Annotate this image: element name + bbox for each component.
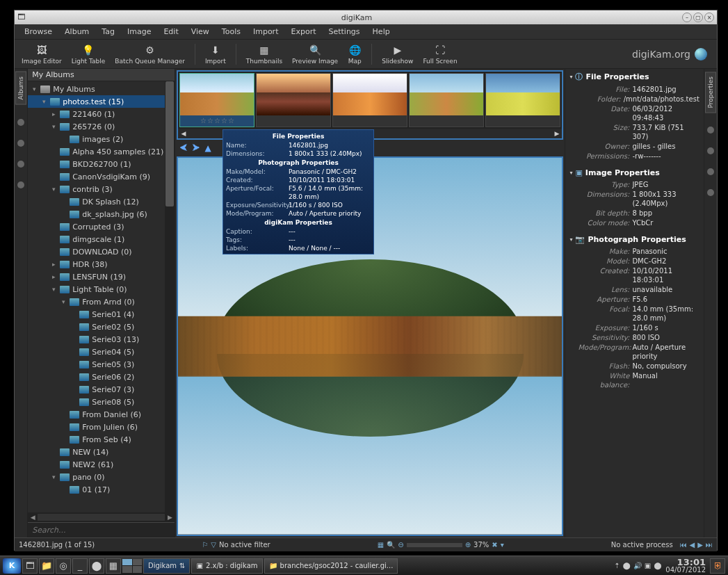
- tree-item[interactable]: DOWNLOAD (0): [28, 245, 175, 258]
- thumbnail[interactable]: JPG: [409, 73, 484, 127]
- tree-item[interactable]: images (2): [28, 133, 175, 145]
- prop-section-photo[interactable]: ▾📷Photograph Properties: [569, 235, 699, 244]
- tree-item[interactable]: CanonVsdigiKam (9): [28, 170, 175, 183]
- menu-tools[interactable]: Tools: [216, 26, 246, 38]
- expand-icon[interactable]: ▾: [50, 286, 57, 293]
- tool-preview[interactable]: 🔍Preview Image: [289, 42, 341, 66]
- tree-item[interactable]: NEW2 (61): [28, 458, 175, 471]
- menu-image[interactable]: Image: [122, 26, 156, 38]
- nav-back-icon[interactable]: ⮜: [179, 143, 188, 153]
- tree-item[interactable]: ▾From Arnd (0): [28, 295, 175, 308]
- tray-icon[interactable]: ⇡: [614, 562, 620, 569]
- zoom-fit-icon[interactable]: 🔍: [387, 541, 395, 549]
- tree-item[interactable]: ▾My Albums: [28, 83, 175, 95]
- expand-icon[interactable]: ▾: [60, 298, 67, 305]
- strip-left-icon[interactable]: ◀: [181, 130, 186, 137]
- scroll-left-icon[interactable]: ◀: [28, 514, 38, 521]
- prop-section-image[interactable]: ▾▣Image Properties: [569, 168, 699, 177]
- tool-light-table[interactable]: 💡Light Table: [69, 42, 108, 66]
- tool-map[interactable]: 🌐Map: [345, 42, 364, 66]
- zoom-out-icon[interactable]: ⊖: [398, 541, 403, 549]
- scrollbar-thumb[interactable]: [165, 81, 174, 206]
- menu-view[interactable]: View: [186, 26, 215, 38]
- taskbar-app-icon[interactable]: ▦: [106, 558, 121, 574]
- tree-item[interactable]: Serie06 (2): [28, 371, 175, 383]
- tree-item[interactable]: dimgscale (1): [28, 233, 175, 245]
- rail-tab-albums[interactable]: Albums: [15, 72, 26, 105]
- tree-item[interactable]: ▾contrib (3): [28, 183, 175, 195]
- expand-icon[interactable]: ▸: [50, 261, 57, 268]
- task-item[interactable]: ▣2.x/b : digikam: [191, 558, 262, 574]
- expand-icon[interactable]: ▾: [50, 123, 57, 130]
- expand-icon[interactable]: ▸: [50, 111, 57, 118]
- maximize-button[interactable]: ▢: [693, 13, 703, 22]
- tree-item[interactable]: Serie03 (13): [28, 333, 175, 346]
- tree-item[interactable]: Serie02 (5): [28, 321, 175, 333]
- nav-forward-icon[interactable]: ⮞: [192, 143, 200, 153]
- menu-edit[interactable]: Edit: [158, 26, 184, 38]
- task-item[interactable]: 📁branches/gsoc2012 - caulier.gi...: [264, 558, 398, 574]
- task-item-digikam[interactable]: Digikam⇅: [143, 558, 190, 574]
- prop-section-file[interactable]: ▾ⓘFile Properties: [569, 72, 699, 82]
- tool-batch-queue[interactable]: ⚙Batch Queue Manager: [112, 42, 188, 66]
- tool-image-editor[interactable]: 🖼Image Editor: [19, 42, 65, 66]
- skip-back-icon[interactable]: ⏮: [680, 541, 687, 549]
- tool-import[interactable]: ⬇Import: [202, 42, 229, 66]
- tree-item[interactable]: From Julien (6): [28, 421, 175, 433]
- zoom-in-icon[interactable]: ⊕: [465, 541, 471, 549]
- pager[interactable]: [122, 559, 142, 573]
- tree-item[interactable]: 01 (17): [28, 483, 175, 496]
- tree-scrollbar[interactable]: [165, 81, 175, 512]
- minimize-button[interactable]: –: [682, 13, 692, 22]
- tree-item[interactable]: ▸LENSFUN (19): [28, 270, 175, 283]
- taskbar-app-icon[interactable]: ⬤: [89, 558, 104, 574]
- thumbnail[interactable]: JPG☆☆☆☆☆: [179, 73, 254, 127]
- taskbar-desktop-icon[interactable]: 🗔: [22, 558, 38, 574]
- thumbnail[interactable]: JPG: [332, 73, 407, 127]
- next-icon[interactable]: ▶: [697, 541, 703, 549]
- close-button[interactable]: ×: [704, 13, 714, 22]
- tree-item[interactable]: NEW (14): [28, 446, 175, 458]
- tree-item[interactable]: Serie05 (3): [28, 358, 175, 371]
- nav-up-icon[interactable]: ▲: [204, 143, 211, 153]
- tool-fullscreen[interactable]: ⛶Full Screen: [420, 42, 460, 66]
- search-input[interactable]: [28, 523, 175, 537]
- prev-icon[interactable]: ◀: [690, 541, 695, 549]
- zoom-slider[interactable]: [407, 543, 462, 547]
- chevron-down-icon[interactable]: ▾: [501, 541, 504, 549]
- brand-link[interactable]: digiKam.org: [632, 48, 713, 60]
- menu-album[interactable]: Album: [59, 26, 95, 38]
- tag-icon[interactable]: ⚐: [202, 541, 208, 549]
- tree-item[interactable]: Corrupted (3): [28, 220, 175, 233]
- menu-settings[interactable]: Settings: [323, 26, 365, 38]
- menu-help[interactable]: Help: [367, 26, 396, 38]
- zoom-reset-icon[interactable]: ✖: [492, 541, 497, 549]
- tree-item[interactable]: dk_splash.jpg (6): [28, 208, 175, 220]
- tree-hscrollbar[interactable]: ◀ ▶: [28, 512, 175, 522]
- tray-shield-icon[interactable]: ⛨: [710, 558, 725, 574]
- tree-item[interactable]: ▸HDR (38): [28, 258, 175, 270]
- thumbnail[interactable]: JPG: [485, 73, 560, 127]
- funnel-icon[interactable]: ▽: [211, 541, 216, 549]
- tree-item[interactable]: From Seb (4): [28, 433, 175, 446]
- tree-item[interactable]: ▸221460 (1): [28, 108, 175, 120]
- tool-slideshow[interactable]: ▶Slideshow: [379, 42, 416, 66]
- skip-fwd-icon[interactable]: ⏭: [706, 541, 713, 549]
- tree-item[interactable]: DK Splash (12): [28, 195, 175, 208]
- menu-export[interactable]: Export: [285, 26, 321, 38]
- expand-icon[interactable]: ▸: [50, 273, 57, 280]
- clock[interactable]: 13:01 04/07/2012: [663, 558, 709, 574]
- tree-item[interactable]: Serie07 (3): [28, 383, 175, 396]
- tray-icon[interactable]: ⬤: [654, 562, 661, 569]
- scroll-right-icon[interactable]: ▶: [165, 514, 175, 521]
- taskbar-filemanager-icon[interactable]: 📁: [39, 558, 54, 574]
- rail-tab-properties[interactable]: Properties: [705, 72, 716, 113]
- expand-icon[interactable]: ▾: [40, 98, 47, 105]
- taskbar-browser-icon[interactable]: ◎: [56, 558, 71, 574]
- tree-item[interactable]: Alpha 450 samples (21): [28, 145, 175, 158]
- menu-import[interactable]: Import: [248, 26, 284, 38]
- select-icon[interactable]: ▦: [378, 541, 384, 549]
- tree-item[interactable]: ▾pano (0): [28, 471, 175, 483]
- titlebar[interactable]: 🗔 digiKam – ▢ ×: [15, 10, 717, 24]
- tree-item[interactable]: ▾Light Table (0): [28, 283, 175, 295]
